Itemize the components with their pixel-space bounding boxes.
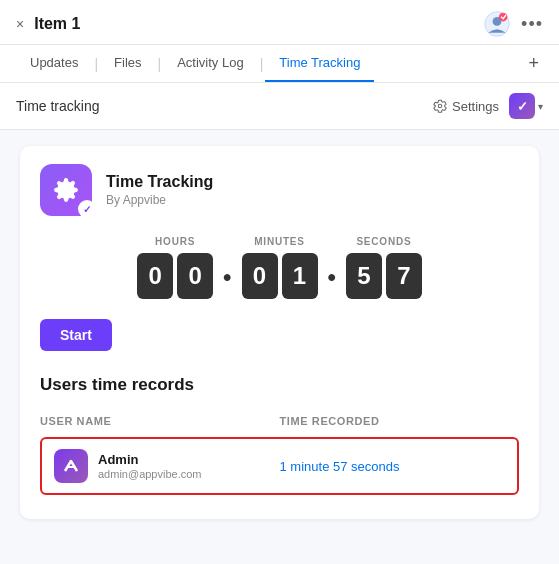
tab-divider-1: | [92, 56, 100, 72]
minute-digit-0: 0 [242, 253, 278, 299]
user-avatar-icon[interactable] [483, 10, 511, 38]
minutes-label: MINUTES [254, 236, 305, 247]
tab-divider-2: | [156, 56, 164, 72]
user-name: Admin [98, 452, 202, 467]
timer-dot-1: • [223, 263, 231, 291]
table-row: Admin admin@appvibe.com 1 minute 57 seco… [40, 437, 519, 495]
seconds-digits: 5 7 [346, 253, 422, 299]
timer-seconds: SECONDS 5 7 [346, 236, 422, 299]
sub-header-title: Time tracking [16, 98, 100, 114]
col-user-name: USER NAME [40, 415, 280, 427]
user-details: Admin admin@appvibe.com [98, 452, 202, 480]
hour-digit-1: 0 [177, 253, 213, 299]
tab-activity-log[interactable]: Activity Log [163, 45, 257, 82]
timer-section: HOURS 0 0 • MINUTES 0 1 • SECONDS 5 7 [40, 236, 519, 299]
minute-digit-1: 1 [282, 253, 318, 299]
hour-digit-0: 0 [137, 253, 173, 299]
avatar [54, 449, 88, 483]
timer-hours: HOURS 0 0 [137, 236, 213, 299]
timer-minutes: MINUTES 0 1 [242, 236, 318, 299]
second-digit-0: 5 [346, 253, 382, 299]
main-content: ✓ Time Tracking By Appvibe HOURS 0 0 • M… [0, 130, 559, 564]
app-header: ✓ Time Tracking By Appvibe [40, 164, 519, 216]
svg-point-2 [499, 13, 508, 22]
user-info: Admin admin@appvibe.com [54, 449, 280, 483]
settings-button[interactable]: Settings [433, 99, 499, 114]
more-menu-icon[interactable]: ••• [521, 14, 543, 35]
sub-header: Time tracking Settings ✓ ▾ [0, 83, 559, 130]
top-bar: × Item 1 ••• [0, 0, 559, 45]
item-title: Item 1 [34, 15, 80, 33]
col-time-recorded: TIME RECORDED [280, 415, 520, 427]
close-icon[interactable]: × [16, 16, 24, 32]
chevron-down-icon: ▾ [538, 101, 543, 112]
app-icon-wrapper: ✓ [40, 164, 92, 216]
tab-files[interactable]: Files [100, 45, 155, 82]
appvibe-logo-icon [61, 456, 81, 476]
app-name: Time Tracking [106, 173, 213, 191]
top-bar-right: ••• [483, 10, 543, 38]
seconds-label: SECONDS [356, 236, 411, 247]
user-email: admin@appvibe.com [98, 468, 202, 480]
tab-divider-3: | [258, 56, 266, 72]
records-header: USER NAME TIME RECORDED [40, 409, 519, 433]
minutes-digits: 0 1 [242, 253, 318, 299]
start-button[interactable]: Start [40, 319, 112, 351]
brand-v-icon: ✓ [509, 93, 535, 119]
timer-dot-2: • [328, 263, 336, 291]
app-by: By Appvibe [106, 193, 213, 207]
tabs-bar: Updates | Files | Activity Log | Time Tr… [0, 45, 559, 83]
add-tab-button[interactable]: + [524, 45, 543, 82]
app-info: Time Tracking By Appvibe [106, 173, 213, 207]
tab-time-tracking[interactable]: Time Tracking [265, 45, 374, 82]
app-card: ✓ Time Tracking By Appvibe HOURS 0 0 • M… [20, 146, 539, 519]
time-recorded: 1 minute 57 seconds [280, 459, 506, 474]
settings-label: Settings [452, 99, 499, 114]
hours-label: HOURS [155, 236, 195, 247]
records-title: Users time records [40, 375, 519, 395]
second-digit-1: 7 [386, 253, 422, 299]
checkmark-badge: ✓ [78, 200, 96, 218]
app-gear-icon [53, 177, 79, 203]
brand-logo[interactable]: ✓ ▾ [509, 93, 543, 119]
tab-updates[interactable]: Updates [16, 45, 92, 82]
top-bar-left: × Item 1 [16, 15, 80, 33]
hours-digits: 0 0 [137, 253, 213, 299]
gear-icon [433, 99, 447, 113]
sub-header-right: Settings ✓ ▾ [433, 93, 543, 119]
